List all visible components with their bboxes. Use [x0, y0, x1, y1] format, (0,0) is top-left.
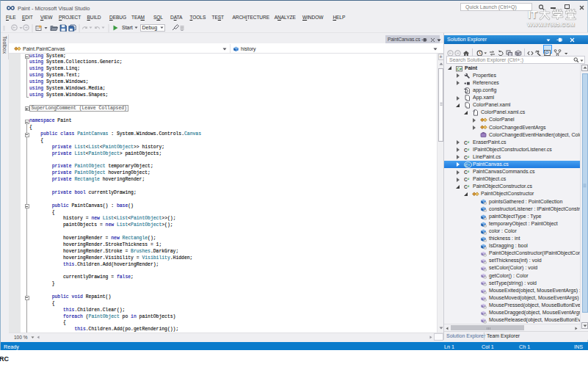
- svg-text:#: #: [468, 155, 470, 159]
- svg-text:#: #: [468, 170, 470, 173]
- svg-text:#: #: [468, 162, 471, 166]
- svg-text:#: #: [468, 140, 470, 144]
- svg-text:C#: C#: [457, 67, 462, 71]
- svg-text:#: #: [468, 177, 470, 181]
- svg-text:#: #: [468, 184, 470, 188]
- svg-text:#: #: [468, 148, 470, 151]
